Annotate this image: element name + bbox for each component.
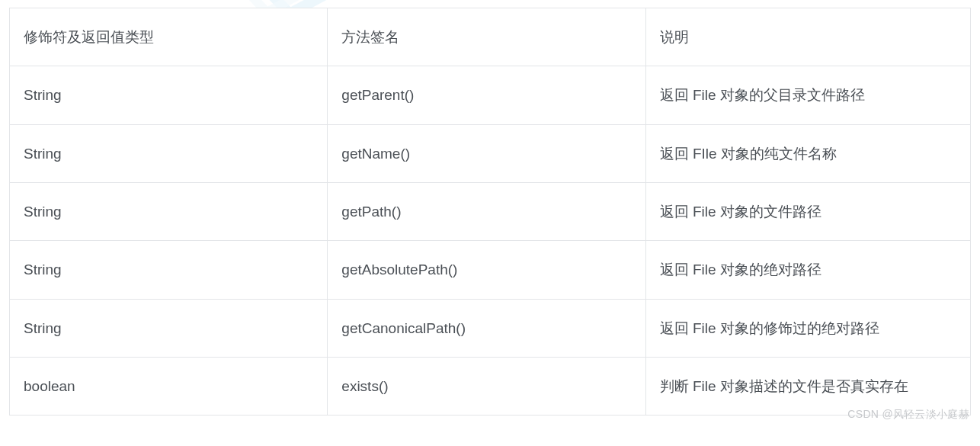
- cell-method: getCanonicalPath(): [328, 299, 645, 357]
- cell-method: exists(): [328, 358, 645, 416]
- cell-return-type: String: [10, 299, 328, 357]
- table-row: String getParent() 返回 File 对象的父目录文件路径: [10, 66, 971, 124]
- table-row: String getCanonicalPath() 返回 File 对象的修饰过…: [10, 299, 971, 357]
- table-row: boolean exists() 判断 File 对象描述的文件是否真实存在: [10, 358, 971, 416]
- cell-method: getParent(): [328, 66, 645, 124]
- cell-method: getPath(): [328, 183, 645, 241]
- cell-return-type: String: [10, 124, 328, 182]
- attribution-text: CSDN @风轻云淡小庭赫: [847, 408, 969, 422]
- cell-return-type: String: [10, 66, 328, 124]
- header-method-signature: 方法签名: [328, 8, 645, 66]
- cell-method: getAbsolutePath(): [328, 241, 645, 299]
- table-row: String getName() 返回 FIle 对象的纯文件名称: [10, 124, 971, 182]
- cell-description: 返回 File 对象的父目录文件路径: [645, 66, 970, 124]
- cell-method: getName(): [328, 124, 645, 182]
- cell-return-type: String: [10, 183, 328, 241]
- cell-return-type: boolean: [10, 358, 328, 416]
- cell-return-type: String: [10, 241, 328, 299]
- cell-description: 返回 FIle 对象的纯文件名称: [645, 124, 970, 182]
- table-header-row: 修饰符及返回值类型 方法签名 说明: [10, 8, 971, 66]
- table-row: String getPath() 返回 File 对象的文件路径: [10, 183, 971, 241]
- header-description: 说明: [645, 8, 970, 66]
- cell-description: 返回 File 对象的绝对路径: [645, 241, 970, 299]
- methods-table: 修饰符及返回值类型 方法签名 说明 String getParent() 返回 …: [9, 8, 971, 416]
- cell-description: 判断 File 对象描述的文件是否真实存在: [645, 358, 970, 416]
- cell-description: 返回 File 对象的修饰过的绝对路径: [645, 299, 970, 357]
- cell-description: 返回 File 对象的文件路径: [645, 183, 970, 241]
- table-row: String getAbsolutePath() 返回 File 对象的绝对路径: [10, 241, 971, 299]
- header-return-type: 修饰符及返回值类型: [10, 8, 328, 66]
